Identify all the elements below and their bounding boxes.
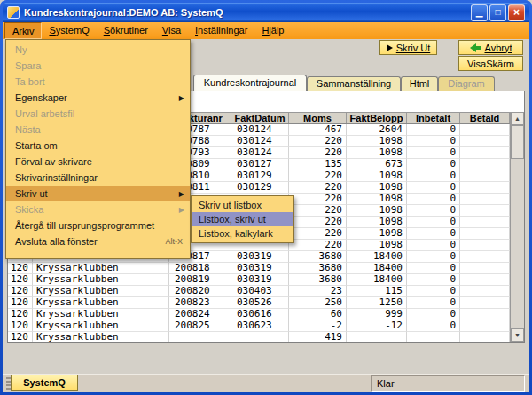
cell-namn: Kryssarklubben xyxy=(33,332,169,342)
cell-betald xyxy=(460,205,510,217)
menubar-item-label: Arkiv xyxy=(12,23,34,39)
cell-inbetalt: 0 xyxy=(407,159,460,170)
cell-fakturanr: 200819 xyxy=(169,274,231,286)
column-header-betald[interactable]: Betald xyxy=(460,113,510,123)
tab-html[interactable]: Html xyxy=(401,76,438,91)
cell-fakturanr: 200818 xyxy=(169,263,231,274)
table-row[interactable]: 120Kryssarklubben20082303052625012500 xyxy=(8,297,510,309)
cell-betald xyxy=(460,194,510,205)
scrollbar-thumb[interactable] xyxy=(511,125,524,159)
cell-fakturanr: 200825 xyxy=(169,320,231,332)
cell-moms: -2 xyxy=(289,320,347,332)
table-row[interactable]: 120Kryssarklubben2008180303193680184000 xyxy=(8,263,510,274)
cell-moms: 3680 xyxy=(289,274,347,286)
cell-inbetalt: 0 xyxy=(407,251,460,263)
show-screen-button-label: VisaSkärm xyxy=(467,59,514,69)
cell-moms: 220 xyxy=(289,182,347,194)
print-submenu: Skriv ut listboxListbox, skriv utListbox… xyxy=(191,195,294,243)
table-row[interactable]: 120Kryssarklubben200825030623-2-120 xyxy=(8,320,510,332)
menu-item-egenskaper[interactable]: Egenskaper▶ xyxy=(6,90,190,106)
tab-kundreskontrajournal[interactable]: Kundreskontrajournal xyxy=(193,75,307,91)
cell-faktbelopp: 1250 xyxy=(347,297,407,309)
cell-faktbelopp: 1098 xyxy=(347,217,407,228)
show-screen-button[interactable]: VisaSkärm xyxy=(458,56,523,71)
submenu-item-listbox-kalkylark[interactable]: Listbox, kalkylark xyxy=(192,226,293,241)
cell-faktbelopp: 1098 xyxy=(347,147,407,159)
cell-faktbelopp: 2604 xyxy=(347,124,407,136)
cell-betald xyxy=(460,170,510,182)
vertical-scrollbar[interactable]: ▲ ▼ xyxy=(510,112,524,342)
scroll-up-button[interactable]: ▲ xyxy=(511,112,524,125)
submenu-arrow-icon: ▶ xyxy=(179,186,184,202)
tab-sammanställning[interactable]: Sammanställning xyxy=(307,76,401,91)
minimize-button[interactable]: ▁ xyxy=(471,4,488,21)
cell-faktbelopp: 999 xyxy=(347,309,407,320)
table-row[interactable]: 120Kryssarklubben200824030616609990 xyxy=(8,309,510,320)
window-title: Kundreskontrajournal:DEMO AB: SystemQ xyxy=(24,7,223,18)
cell-faktdatum: 030403 xyxy=(231,286,289,297)
cell-faktdatum: 030616 xyxy=(231,309,289,320)
cell-inbetalt: 0 xyxy=(407,194,460,205)
submenu-arrow-icon: ▶ xyxy=(179,202,184,218)
cell-betald xyxy=(460,332,510,342)
arkiv-menu: NySparaTa bortEgenskaper▶Urval arbetsfil… xyxy=(5,39,191,259)
menubar-item-inställningar[interactable]: Inställningar xyxy=(188,22,254,39)
cell-inbetalt: 0 xyxy=(407,286,460,297)
cell-moms: 220 xyxy=(289,170,347,182)
cell-moms: 467 xyxy=(289,124,347,136)
cell-faktbelopp: 673 xyxy=(347,159,407,170)
menubar-item-visa[interactable]: Visa xyxy=(155,22,188,39)
menu-item-label: Skicka xyxy=(15,204,43,215)
cell-namn: Kryssarklubben xyxy=(33,286,169,297)
column-header-moms[interactable]: Moms xyxy=(289,113,347,123)
cell-betald xyxy=(460,297,510,309)
cell-faktdatum: 030623 xyxy=(231,320,289,332)
app-icon xyxy=(7,6,20,19)
table-row[interactable]: 120Kryssarklubben200820030403231150 xyxy=(8,286,510,297)
cell-moms: 220 xyxy=(289,205,347,217)
cancel-button[interactable]: Avbryt xyxy=(458,40,523,55)
maximize-button[interactable]: □ xyxy=(489,4,506,21)
print-button[interactable]: Skriv Ut xyxy=(379,40,437,55)
cell-faktbelopp: 1098 xyxy=(347,194,407,205)
scroll-down-button[interactable]: ▼ xyxy=(511,328,524,342)
submenu-item-skriv-ut-listbox[interactable]: Skriv ut listbox xyxy=(192,198,293,212)
column-header-inbetalt[interactable]: Inbetalt xyxy=(407,113,460,123)
menu-item-starta-om[interactable]: Starta om xyxy=(6,138,190,154)
menubar-item-sökrutiner[interactable]: Sökrutiner xyxy=(97,22,155,39)
cell-fakturanr: 200820 xyxy=(169,286,231,297)
cell-inbetalt: 0 xyxy=(407,263,460,274)
cell-moms: 135 xyxy=(289,159,347,170)
cell-betald xyxy=(460,124,510,136)
play-icon xyxy=(387,44,393,51)
systemq-taskbar-button[interactable]: SystemQ xyxy=(11,375,78,391)
menubar-item-arkiv[interactable]: Arkiv xyxy=(4,22,42,39)
close-button[interactable]: × xyxy=(508,4,525,21)
cell-betald xyxy=(460,217,510,228)
cell-moms: 220 xyxy=(289,228,347,240)
column-header-faktdatum[interactable]: FaktDatum xyxy=(231,113,289,123)
menu-item-ny: Ny xyxy=(6,42,190,58)
menu-item-förval-av-skrivare[interactable]: Förval av skrivare xyxy=(6,154,190,170)
column-header-faktbelopp[interactable]: FaktBelopp xyxy=(347,113,407,123)
cell-faktbelopp: 115 xyxy=(347,286,407,297)
cell-moms: 220 xyxy=(289,217,347,228)
menu-item-avsluta-alla-fönster[interactable]: Avsluta alla fönsterAlt-X xyxy=(6,233,190,249)
menu-item-label: Starta om xyxy=(15,140,58,151)
menubar-item-systemq[interactable]: SystemQ xyxy=(42,22,96,39)
menubar-item-hjälp[interactable]: Hjälp xyxy=(254,22,291,39)
menu-item-label: Spara xyxy=(15,60,41,71)
menu-item-skriv-ut[interactable]: Skriv ut▶ xyxy=(6,186,190,201)
menu-item-skrivarinställningar[interactable]: Skrivarinställningar xyxy=(6,170,190,186)
menubar-item-label: Inställningar xyxy=(195,22,247,38)
submenu-item-listbox-skriv-ut[interactable]: Listbox, skriv ut xyxy=(192,212,293,226)
cell-namn: Kryssarklubben xyxy=(33,320,169,332)
table-row[interactable]: 120Kryssarklubben419 xyxy=(8,332,510,342)
cell-faktdatum: 030124 xyxy=(231,147,289,159)
cell-faktbelopp xyxy=(347,332,407,342)
table-row[interactable]: 120Kryssarklubben2008190303193680184000 xyxy=(8,274,510,286)
back-arrow-icon xyxy=(470,43,481,52)
cell-faktbelopp: 1098 xyxy=(347,240,407,251)
cell-fakturanr: 200824 xyxy=(169,309,231,320)
menu-item-återgå-till-ursprungsprogrammet[interactable]: Återgå till ursprungsprogrammet xyxy=(6,217,190,233)
